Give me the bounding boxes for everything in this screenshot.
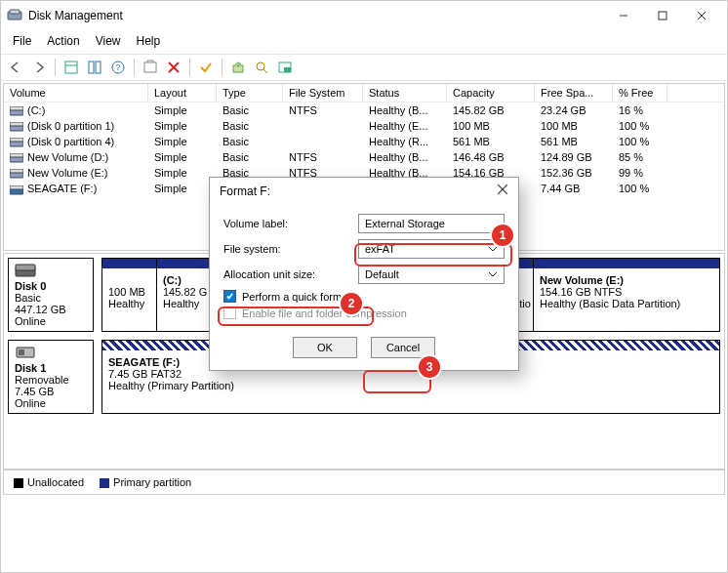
allocation-label: Allocation unit size: xyxy=(223,268,358,280)
table-row[interactable]: (Disk 0 partition 4)SimpleBasicHealthy (… xyxy=(4,134,724,149)
app-icon xyxy=(7,8,22,23)
dialog-close-icon[interactable] xyxy=(497,184,508,198)
svg-rect-29 xyxy=(10,169,23,173)
disk-info[interactable]: Disk 0 Basic 447.12 GB Online xyxy=(8,258,94,332)
delete-icon[interactable] xyxy=(163,57,184,78)
quick-format-checkbox[interactable]: Perform a quick format xyxy=(223,290,505,303)
close-button[interactable] xyxy=(682,2,721,29)
minimize-button[interactable] xyxy=(604,2,643,29)
table-row[interactable]: (C:)SimpleBasicNTFSHealthy (B...145.82 G… xyxy=(4,102,724,118)
svg-text:?: ? xyxy=(115,62,120,72)
annotation-badge-2: 2 xyxy=(341,293,362,314)
refresh-icon[interactable] xyxy=(140,57,161,78)
svg-rect-21 xyxy=(10,106,23,110)
dialog-title: Format F: xyxy=(220,184,270,198)
col-status[interactable]: Status xyxy=(363,84,447,102)
toolbar-icon[interactable] xyxy=(84,57,105,78)
checkbox-label: Perform a quick format xyxy=(242,291,350,303)
help-icon[interactable]: ? xyxy=(107,57,129,78)
svg-rect-9 xyxy=(96,61,101,73)
removable-disk-icon xyxy=(15,345,36,360)
svg-rect-19 xyxy=(284,67,291,72)
legend-swatch-unallocated xyxy=(14,478,23,488)
svg-rect-8 xyxy=(89,61,94,73)
window-title: Disk Management xyxy=(28,9,123,22)
chevron-down-icon xyxy=(488,269,498,279)
col-type[interactable]: Type xyxy=(217,84,283,102)
svg-rect-6 xyxy=(65,61,77,73)
col-pctfree[interactable]: % Free xyxy=(613,84,667,102)
disk-icon xyxy=(15,263,36,278)
toolbar: ? xyxy=(1,54,727,81)
file-system-label: File system: xyxy=(223,243,358,255)
annotation-badge-3: 3 xyxy=(419,356,440,378)
cancel-button[interactable]: Cancel xyxy=(371,337,435,358)
col-capacity[interactable]: Capacity xyxy=(447,84,535,102)
partition-size: 100 MB xyxy=(108,286,145,298)
partition[interactable]: (C:) 145.82 G Healthy xyxy=(157,259,216,331)
partition-status: Healthy xyxy=(163,298,199,309)
svg-rect-3 xyxy=(659,12,667,20)
svg-point-16 xyxy=(257,62,264,70)
disk-name: Disk 1 xyxy=(15,362,46,374)
disk-state: Online xyxy=(15,397,46,409)
disk-state: Online xyxy=(15,315,46,327)
checkbox-checked-icon xyxy=(223,290,236,303)
partition-status: Healthy (Basic Data Partition) xyxy=(540,298,680,309)
partition-size: 154.16 GB NTFS xyxy=(540,286,622,298)
partition-title: (C:) xyxy=(163,274,182,286)
toolbar-icon[interactable] xyxy=(227,57,249,78)
svg-rect-12 xyxy=(144,62,156,72)
col-filesystem[interactable]: File System xyxy=(283,84,363,102)
table-row[interactable]: New Volume (D:)SimpleBasicNTFSHealthy (B… xyxy=(4,149,724,165)
svg-line-17 xyxy=(263,69,267,73)
legend-label: Primary partition xyxy=(113,476,191,488)
disk-size: 447.12 GB xyxy=(15,304,66,315)
svg-rect-23 xyxy=(10,122,23,126)
check-icon[interactable] xyxy=(195,57,217,78)
disk-type: Removable xyxy=(15,374,69,386)
legend: Unallocated Primary partition xyxy=(3,470,725,495)
menu-action[interactable]: Action xyxy=(41,32,85,50)
back-button[interactable] xyxy=(5,57,26,78)
legend-label: Unallocated xyxy=(27,476,84,488)
legend-swatch-primary xyxy=(100,478,109,488)
allocation-select[interactable]: Default xyxy=(358,265,505,284)
volume-label-label: Volume label: xyxy=(223,218,358,229)
partition[interactable]: 100 MB Healthy xyxy=(102,259,157,331)
format-dialog: Format F: Volume label: External Storage… xyxy=(209,177,519,371)
maximize-button[interactable] xyxy=(643,2,682,29)
disk-info[interactable]: Disk 1 Removable 7.45 GB Online xyxy=(8,340,94,414)
svg-rect-35 xyxy=(19,349,24,355)
annotation-box-1 xyxy=(354,243,512,266)
search-icon[interactable] xyxy=(251,57,272,78)
titlebar: Disk Management xyxy=(1,1,727,30)
svg-rect-33 xyxy=(16,265,35,270)
disk-name: Disk 0 xyxy=(15,280,46,292)
table-row[interactable]: (Disk 0 partition 1)SimpleBasicHealthy (… xyxy=(4,118,724,134)
menu-file[interactable]: File xyxy=(7,32,37,50)
ok-button[interactable]: OK xyxy=(293,337,357,358)
partition-size: 145.82 G xyxy=(163,286,207,298)
toolbar-icon[interactable] xyxy=(61,57,82,78)
partition-title: SEAGATE (F:) xyxy=(108,356,180,368)
svg-rect-25 xyxy=(10,138,23,142)
partition[interactable]: New Volume (E:) 154.16 GB NTFS Healthy (… xyxy=(534,259,719,331)
menu-view[interactable]: View xyxy=(90,32,127,50)
menubar: File Action View Help xyxy=(1,30,727,54)
svg-rect-1 xyxy=(10,10,20,14)
partition-title: New Volume (E:) xyxy=(540,274,624,286)
svg-rect-31 xyxy=(10,185,23,189)
annotation-badge-1: 1 xyxy=(492,225,513,246)
menu-help[interactable]: Help xyxy=(131,32,167,50)
svg-rect-27 xyxy=(10,153,23,157)
col-freespace[interactable]: Free Spa... xyxy=(535,84,613,102)
partition-status: Healthy xyxy=(108,298,144,309)
forward-button[interactable] xyxy=(28,57,50,78)
volume-label-input[interactable]: External Storage xyxy=(358,214,505,233)
col-volume[interactable]: Volume xyxy=(4,84,148,102)
partition-status: Healthy (Primary Partition) xyxy=(108,380,234,391)
toolbar-icon[interactable] xyxy=(274,57,296,78)
col-layout[interactable]: Layout xyxy=(148,84,217,102)
table-header: Volume Layout Type File System Status Ca… xyxy=(4,84,724,102)
